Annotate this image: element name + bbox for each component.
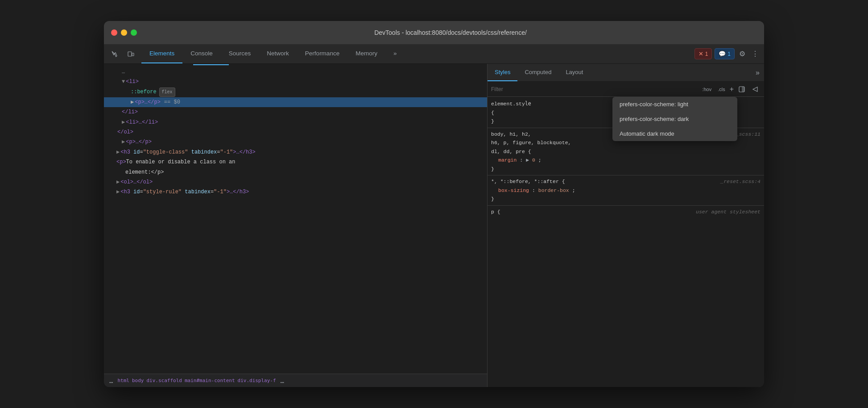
tab-console[interactable]: Console (182, 44, 221, 63)
svg-rect-1 (132, 53, 134, 56)
style-value-boxsizing: border-box (538, 187, 569, 193)
tab-elements[interactable]: Elements (141, 44, 182, 63)
toolbar-left (107, 44, 138, 63)
active-tab-indicator (193, 64, 229, 65)
dom-before-pseudo[interactable]: ::before flex (104, 87, 487, 97)
dom-li-collapsed[interactable]: ▶ <li>…</li> (104, 117, 487, 127)
style-selector-p: p { (491, 208, 500, 216)
toggle-dark-mode-button[interactable] (736, 84, 747, 95)
tab-network[interactable]: Network (259, 44, 297, 63)
dropdown-item-auto[interactable]: Automatic dark mode (612, 126, 737, 141)
right-panel: Styles Computed Layout » :hov .cls + (488, 64, 764, 387)
devtools-window: DevTools - localhost:8080/docs/devtools/… (104, 21, 764, 387)
dropdown-item-dark[interactable]: prefers-color-scheme: dark (612, 112, 737, 126)
style-value-margin: 0 (532, 157, 535, 163)
error-badge-button[interactable]: ✕ 1 (694, 48, 712, 59)
color-scheme-dropdown: prefers-color-scheme: light prefers-colo… (612, 97, 737, 141)
add-style-rule-button[interactable]: + (730, 85, 734, 93)
more-options-button[interactable]: ⋮ (750, 48, 761, 60)
dropdown-item-light[interactable]: prefers-color-scheme: light (612, 97, 737, 112)
breadcrumb-div-display[interactable]: div.display-f (238, 378, 276, 383)
breadcrumb-html[interactable]: html (117, 378, 129, 383)
tab-performance[interactable]: Performance (297, 44, 347, 63)
main-content: … ▼ <li> ::before flex ▶ <p>…</p> == $0 (104, 64, 764, 387)
dom-content[interactable]: … ▼ <li> ::before flex ▶ <p>…</p> == $0 (104, 65, 487, 374)
svg-rect-0 (128, 52, 132, 56)
dom-ol-collapsed[interactable]: ▶ <ol>…</ol> (104, 177, 487, 187)
dom-h3-style-rule[interactable]: ▶ <h3 id="style-rule" tabindex="-1">…</h… (104, 187, 487, 197)
right-tabs: Styles Computed Layout » (488, 64, 764, 82)
inspect-icon[interactable] (107, 47, 122, 61)
dom-p-collapsed[interactable]: ▶ <p>…</p> (104, 137, 487, 147)
device-icon[interactable] (124, 47, 138, 61)
minimize-button[interactable] (121, 29, 127, 36)
tab-more[interactable]: » (385, 44, 405, 63)
tab-list: Elements Console Sources Network Perform… (141, 44, 694, 63)
svg-rect-3 (742, 87, 744, 92)
tab-computed[interactable]: Computed (517, 64, 558, 81)
info-badge-button[interactable]: 💬 1 (715, 48, 735, 59)
dom-p-text-1: <p>To enable or disable a class on an (104, 157, 487, 167)
style-rule-universal: *, *::before, *::after { _reset.scss:4 b… (488, 176, 764, 204)
breadcrumb-main[interactable]: main#main-content (185, 378, 235, 383)
breadcrumb-div-scaffold[interactable]: div.scaffold (146, 378, 182, 383)
breadcrumb-more-left[interactable]: … (107, 377, 115, 384)
dom-p-text-2: element:</p> (104, 167, 487, 177)
style-prop-margin: margin (498, 157, 517, 163)
element-state-button[interactable] (750, 84, 761, 95)
style-origin-reset: _reset.scss:4 (720, 177, 761, 186)
breadcrumb-more-right[interactable]: … (279, 377, 286, 384)
dom-ellipsis-line: … (104, 67, 487, 77)
chat-icon: 💬 (719, 50, 726, 57)
close-button[interactable] (111, 29, 117, 36)
error-icon: ✕ (699, 50, 703, 57)
style-selector-universal: *, *::before, *::after { (491, 177, 565, 186)
dom-li-open[interactable]: ▼ <li> (104, 77, 487, 87)
dom-h3-toggle[interactable]: ▶ <h3 id="toggle-class" tabindex="-1">…<… (104, 147, 487, 157)
style-origin-useragent: user agent stylesheet (696, 208, 761, 216)
style-rule-p: p { user agent stylesheet (488, 207, 764, 217)
right-tabs-more[interactable]: » (751, 64, 764, 81)
tab-sources[interactable]: Sources (221, 44, 259, 63)
style-origin-scss11: _scss:11 (736, 130, 761, 139)
filter-input[interactable] (491, 86, 698, 92)
tab-layout[interactable]: Layout (558, 64, 590, 81)
window-title: DevTools - localhost:8080/docs/devtools/… (144, 29, 757, 36)
titlebar: DevTools - localhost:8080/docs/devtools/… (104, 21, 764, 44)
dom-panel: … ▼ <li> ::before flex ▶ <p>…</p> == $0 (104, 64, 488, 387)
maximize-button[interactable] (131, 29, 137, 36)
breadcrumb-body[interactable]: body (132, 378, 144, 383)
traffic-lights (111, 29, 137, 36)
tab-styles[interactable]: Styles (488, 64, 517, 81)
cls-button[interactable]: .cls (716, 86, 727, 93)
toolbar: Elements Console Sources Network Perform… (104, 44, 764, 64)
breadcrumb-bar: … html body div.scaffold main#main-conte… (104, 374, 487, 387)
style-selector-element: element.sty (491, 101, 525, 107)
settings-button[interactable]: ⚙ (737, 48, 747, 60)
hov-button[interactable]: :hov (700, 86, 713, 93)
style-prop-boxsizing: box-sizing (498, 187, 529, 193)
style-selector-body: body, h1, h2, (491, 130, 531, 139)
dom-top-bar (104, 64, 487, 65)
toolbar-right: ✕ 1 💬 1 ⚙ ⋮ (694, 44, 761, 63)
tab-memory[interactable]: Memory (347, 44, 385, 63)
dom-li-close[interactable]: </li> (104, 107, 487, 117)
dom-p-selected[interactable]: ▶ <p>…</p> == $0 (104, 97, 487, 107)
styles-filter-bar: :hov .cls + prefers-color-scheme: lig (488, 82, 764, 97)
dom-ol-close[interactable]: </ol> (104, 127, 487, 137)
